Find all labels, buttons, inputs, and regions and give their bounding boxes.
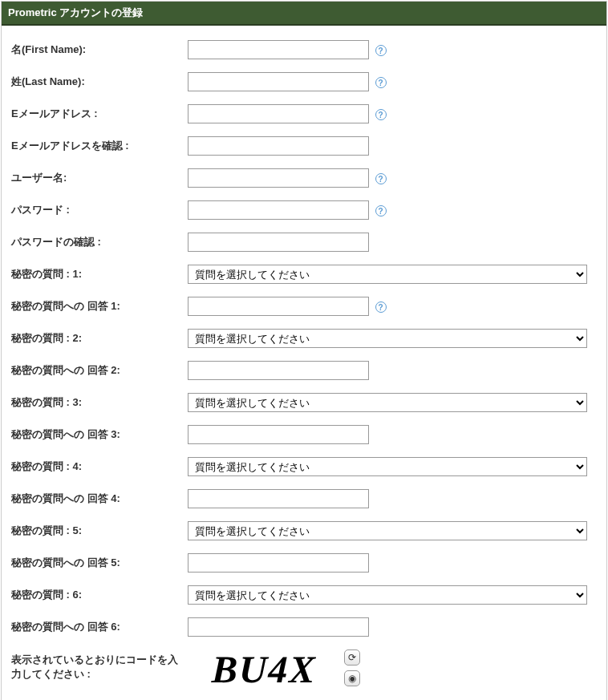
secret-a2-input[interactable]: [188, 361, 369, 380]
secret-a3-input[interactable]: [188, 425, 369, 444]
secret-q5-label: 秘密の質問 : 5:: [11, 524, 82, 536]
secret-a4-input[interactable]: [188, 489, 369, 508]
secret-q6-label: 秘密の質問 : 6:: [11, 589, 82, 601]
first-name-input[interactable]: [188, 40, 369, 59]
email-label: Eメールアドレス :: [11, 107, 98, 119]
form-title: Prometric アカウントの登録: [8, 6, 143, 18]
form-body: 名(First Name): ? 姓(Last Name): ? Eメールアドレ…: [2, 26, 606, 700]
captcha-label: 表示されているとおりにコードを入力してください :: [11, 653, 178, 680]
form-header: Prometric アカウントの登録: [2, 2, 606, 26]
email-confirm-input[interactable]: [188, 136, 369, 156]
audio-icon[interactable]: ◉: [344, 670, 360, 686]
secret-a3-label: 秘密の質問への 回答 3:: [11, 428, 120, 440]
secret-q1-label: 秘密の質問 : 1:: [11, 268, 82, 280]
email-confirm-label: Eメールアドレスを確認 :: [11, 140, 129, 152]
secret-a5-label: 秘密の質問への 回答 5:: [11, 556, 120, 568]
help-icon[interactable]: ?: [375, 173, 387, 184]
help-icon[interactable]: ?: [375, 45, 387, 56]
username-label: ユーザー名:: [11, 172, 67, 184]
refresh-icon[interactable]: ⟳: [344, 649, 360, 666]
help-icon[interactable]: ?: [375, 77, 387, 88]
help-icon[interactable]: ?: [375, 205, 387, 216]
secret-q3-select[interactable]: 質問を選択してください: [188, 393, 587, 412]
secret-q6-select[interactable]: 質問を選択してください: [188, 585, 587, 605]
secret-a1-input[interactable]: [188, 297, 369, 316]
password-input[interactable]: [188, 200, 369, 220]
secret-a4-label: 秘密の質問への 回答 4:: [11, 492, 120, 504]
secret-q5-select[interactable]: 質問を選択してください: [188, 521, 587, 540]
help-icon[interactable]: ?: [375, 109, 387, 120]
secret-a6-input[interactable]: [188, 617, 369, 637]
secret-q3-label: 秘密の質問 : 3:: [11, 396, 82, 408]
last-name-input[interactable]: [188, 72, 369, 91]
secret-q2-select[interactable]: 質問を選択してください: [188, 329, 587, 348]
password-confirm-input[interactable]: [188, 233, 369, 252]
help-icon[interactable]: ?: [375, 301, 387, 313]
secret-a1-label: 秘密の質問への 回答 1:: [11, 300, 120, 312]
captcha-image: BU4X: [187, 649, 341, 690]
secret-a5-input[interactable]: [188, 553, 369, 573]
email-input[interactable]: [188, 104, 369, 123]
password-label: パスワード :: [11, 204, 70, 216]
registration-form-container: Prometric アカウントの登録 名(First Name): ? 姓(La…: [1, 1, 607, 700]
password-confirm-label: パスワードの確認 :: [11, 236, 101, 248]
first-name-label: 名(First Name):: [11, 43, 86, 55]
secret-a6-label: 秘密の質問への 回答 6:: [11, 621, 120, 633]
secret-q4-label: 秘密の質問 : 4:: [11, 460, 82, 472]
last-name-label: 姓(Last Name):: [11, 75, 85, 87]
secret-q2-label: 秘密の質問 : 2:: [11, 332, 82, 344]
secret-a2-label: 秘密の質問への 回答 2:: [11, 364, 120, 376]
username-input[interactable]: [188, 168, 369, 188]
secret-q1-select[interactable]: 質問を選択してください: [188, 265, 587, 284]
secret-q4-select[interactable]: 質問を選択してください: [188, 457, 587, 476]
